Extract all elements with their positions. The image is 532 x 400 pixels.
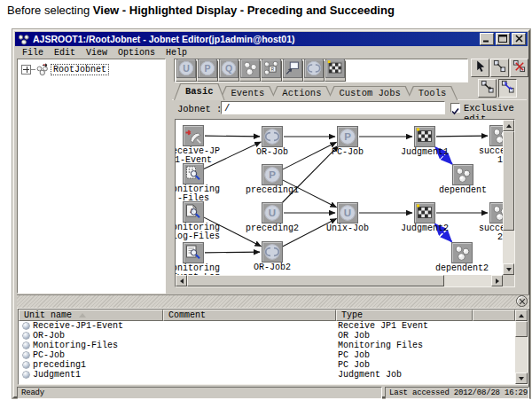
unit-name-cell: Judgment1 bbox=[19, 370, 163, 380]
exclusive-edit-checkbox[interactable] bbox=[450, 103, 460, 113]
node-label-unix-job: Unix-Job bbox=[310, 224, 385, 233]
node-judgment2[interactable] bbox=[414, 202, 435, 224]
svg-text:P: P bbox=[344, 131, 351, 142]
scrollbar-corner bbox=[503, 275, 514, 286]
manager-job-icon bbox=[283, 59, 302, 82]
column-header-comment[interactable]: Comment bbox=[163, 310, 336, 321]
table-row[interactable]: Judgment1Judgment Job bbox=[19, 370, 515, 380]
jobnet-map-canvas[interactable]: Receive-JP1-EventOR-JobPPC-JobJudgment1s… bbox=[175, 119, 515, 287]
tree-root-label[interactable]: RootJobnet bbox=[51, 64, 109, 75]
palette-or-job-button[interactable] bbox=[303, 60, 325, 82]
minimize-button[interactable] bbox=[480, 33, 494, 45]
node-or-job2[interactable] bbox=[262, 241, 283, 263]
scroll-up-button[interactable] bbox=[503, 120, 514, 131]
scroll-right-button[interactable] bbox=[491, 275, 503, 286]
tab-label: Custom Jobs bbox=[339, 88, 400, 98]
table-row[interactable]: Receive-JP1-EventReceive JP1 Event bbox=[19, 321, 515, 331]
node-or-job[interactable] bbox=[262, 126, 283, 147]
scroll-up-button[interactable] bbox=[515, 310, 528, 321]
check-icon bbox=[451, 107, 459, 115]
close-list-pane-button[interactable] bbox=[516, 295, 528, 307]
maximize-button[interactable] bbox=[496, 33, 510, 45]
column-header-unit-name[interactable]: Unit name bbox=[19, 310, 163, 321]
jobnet-icon bbox=[240, 59, 260, 82]
node-receive-jp1-event[interactable] bbox=[183, 125, 204, 146]
tab-custom-jobs[interactable]: Custom Jobs bbox=[327, 86, 411, 100]
canvas-vscrollbar[interactable] bbox=[503, 120, 514, 275]
menu-file[interactable]: File bbox=[17, 48, 49, 58]
table-row[interactable]: Monitoring-FilesMonitoring Files bbox=[19, 341, 515, 350]
select-mode-button[interactable] bbox=[471, 59, 489, 77]
highlight-preceding-button[interactable] bbox=[478, 79, 497, 98]
scroll-left-button[interactable] bbox=[176, 275, 187, 286]
node-unix-job[interactable]: U bbox=[337, 202, 358, 224]
triangle-up-icon bbox=[506, 124, 512, 128]
canvas-hscrollbar[interactable] bbox=[176, 275, 503, 286]
screenshot-root: Before selecting View - Highlighted Disp… bbox=[0, 0, 532, 400]
table-row[interactable]: preceding1PC Job bbox=[19, 360, 515, 370]
column-header-type[interactable]: Type bbox=[336, 310, 473, 321]
menu-options[interactable]: Options bbox=[113, 48, 160, 58]
window-controls bbox=[478, 33, 526, 45]
unit-bullet-icon bbox=[23, 323, 29, 329]
highlight-preceding-succeeding-button[interactable] bbox=[498, 79, 517, 98]
tab-strip: BasicEventsActionsCustom JobsTools bbox=[174, 83, 452, 100]
node-pc-job[interactable]: P bbox=[337, 126, 358, 147]
vscroll-thumb[interactable] bbox=[503, 131, 514, 231]
unit-name-text: Judgment1 bbox=[33, 370, 81, 380]
column-header-label: Type bbox=[341, 310, 363, 320]
delete-relation-button[interactable] bbox=[510, 59, 528, 77]
tree-root-item[interactable]: RootJobnet bbox=[21, 62, 109, 76]
type-cell: PC Job bbox=[336, 360, 473, 370]
node-monitoring-files[interactable] bbox=[183, 163, 204, 184]
palette-manager-job-button[interactable] bbox=[282, 60, 303, 82]
table-scroll-thumb[interactable] bbox=[515, 321, 528, 337]
add-relation-button[interactable] bbox=[490, 59, 509, 77]
node-monitoring-log-files[interactable]: A bbox=[183, 201, 204, 223]
tab-tools[interactable]: Tools bbox=[407, 86, 458, 100]
table-vscrollbar[interactable] bbox=[515, 310, 528, 384]
palette-unix-job-button[interactable]: U bbox=[176, 60, 197, 82]
tree-expand-icon[interactable] bbox=[21, 65, 31, 75]
svg-text:Q: Q bbox=[225, 63, 232, 74]
tab-events[interactable]: Events bbox=[220, 86, 277, 100]
node-dependent2[interactable] bbox=[451, 242, 473, 263]
close-button[interactable] bbox=[512, 33, 526, 45]
node-monitoring-event-log[interactable] bbox=[183, 242, 204, 263]
jobnet-map-content[interactable]: Receive-JP1-EventOR-JobPPC-JobJudgment1s… bbox=[176, 120, 503, 275]
palette-judgment-job-button[interactable] bbox=[325, 60, 346, 82]
root-jobnet-icon bbox=[35, 63, 50, 76]
node-dependent[interactable] bbox=[452, 164, 473, 185]
menu-view[interactable]: View bbox=[81, 48, 113, 58]
table-row[interactable]: OR-JobOR Job bbox=[19, 331, 515, 341]
tab-actions[interactable]: Actions bbox=[270, 86, 332, 100]
node-label-pc-job: PC-Job bbox=[310, 148, 385, 157]
jobnet-tree-panel[interactable]: RootJobnet bbox=[17, 59, 166, 294]
menu-help[interactable]: Help bbox=[160, 48, 192, 58]
pane-splitter[interactable] bbox=[17, 294, 529, 309]
palette-queue-job-button[interactable]: Q bbox=[218, 60, 239, 82]
node-preceding2[interactable]: U bbox=[262, 202, 283, 224]
node-label-judgment1: Judgment1 bbox=[387, 148, 462, 157]
node-succeeding1[interactable] bbox=[489, 125, 503, 146]
remote-jobnet-icon: R bbox=[262, 59, 281, 82]
tab-basic[interactable]: Basic bbox=[174, 83, 225, 100]
scroll-down-button[interactable] bbox=[503, 263, 514, 275]
unit-list-table: Unit nameCommentType Receive-JP1-EventRe… bbox=[18, 309, 528, 385]
palette-pc-job-button[interactable]: P bbox=[197, 60, 218, 82]
hscroll-thumb[interactable] bbox=[187, 275, 444, 286]
unit-name-text: Monitoring-Files bbox=[33, 341, 118, 350]
node-preceding1[interactable]: P bbox=[262, 164, 283, 185]
palette-jobnet-button[interactable] bbox=[239, 60, 261, 82]
title-bar[interactable]: AJSROOT1:/RootJobnet - Jobnet Editor(jp1… bbox=[15, 32, 528, 46]
palette-remote-jobnet-button[interactable]: R bbox=[261, 60, 282, 82]
table-row[interactable]: PC-JobPC Job bbox=[19, 350, 515, 360]
relation-icon bbox=[493, 59, 506, 77]
status-message: Ready bbox=[17, 387, 382, 399]
scroll-down-button[interactable] bbox=[515, 373, 528, 384]
node-judgment1[interactable] bbox=[414, 126, 435, 147]
node-succeeding2[interactable] bbox=[489, 202, 503, 224]
cursor-icon bbox=[473, 59, 487, 77]
jobnet-path-input[interactable] bbox=[221, 101, 445, 114]
menu-edit[interactable]: Edit bbox=[49, 48, 81, 58]
